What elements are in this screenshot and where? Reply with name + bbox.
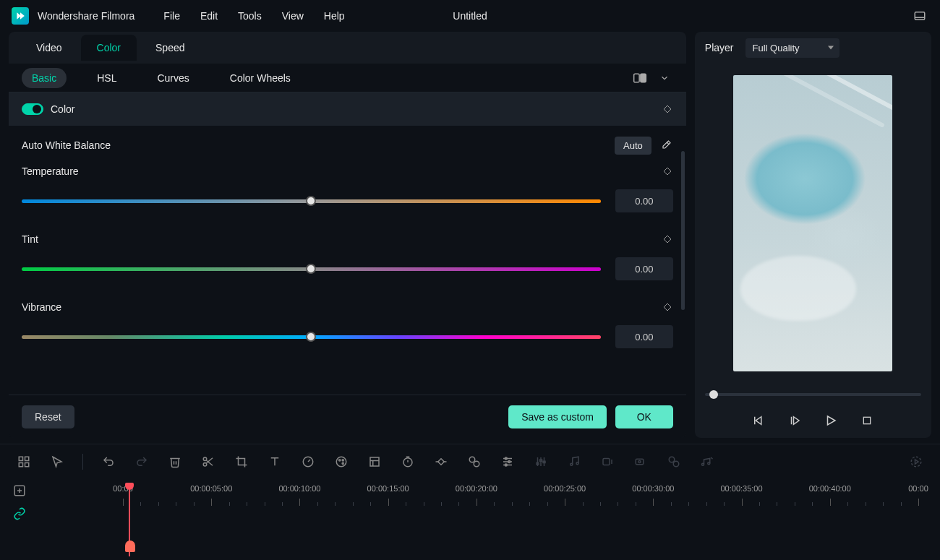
svg-line-60: [673, 461, 675, 462]
svg-line-63: [711, 457, 712, 459]
freeze-icon[interactable]: [367, 454, 383, 470]
stop-button[interactable]: [859, 413, 875, 428]
svg-marker-11: [794, 417, 800, 425]
timeline-ruler[interactable]: 00:0000:00:05:0000:00:10:0000:00:15:0000…: [123, 484, 928, 506]
menu-help[interactable]: Help: [324, 10, 345, 22]
svg-marker-8: [756, 417, 762, 425]
ruler-label: 00:00:20:00: [456, 484, 497, 493]
prev-frame-button[interactable]: [751, 413, 766, 428]
color-toggle[interactable]: [22, 103, 43, 115]
scrollbar[interactable]: [681, 151, 685, 310]
app-logo: [12, 7, 29, 25]
keyframe-tool-icon[interactable]: [433, 454, 449, 470]
color-icon[interactable]: [333, 454, 349, 470]
svg-point-27: [339, 459, 341, 460]
subtab-color-wheels[interactable]: Color Wheels: [220, 68, 301, 88]
ruler-label: 00:00:05:00: [190, 484, 232, 493]
svg-rect-0: [915, 12, 925, 20]
speed-icon[interactable]: [300, 454, 316, 470]
tint-value[interactable]: 0.00: [615, 257, 673, 280]
beat-icon: [699, 454, 715, 470]
awb-auto-button[interactable]: Auto: [615, 137, 651, 155]
step-forward-button[interactable]: [787, 413, 803, 428]
delete-icon[interactable]: [167, 454, 183, 470]
player-label: Player: [705, 42, 734, 53]
tint-keyframe-icon[interactable]: [662, 233, 673, 245]
section-keyframe-icon[interactable]: [662, 103, 673, 115]
svg-rect-3: [641, 74, 646, 82]
clip-marker[interactable]: [125, 540, 135, 552]
chevron-down-icon[interactable]: [656, 69, 673, 87]
ok-button[interactable]: OK: [615, 405, 673, 428]
temperature-keyframe-icon[interactable]: [662, 165, 673, 177]
svg-point-28: [342, 459, 343, 460]
adjust-icon[interactable]: [500, 454, 516, 470]
svg-rect-30: [370, 457, 379, 466]
svg-rect-2: [634, 74, 640, 82]
awb-label: Auto White Balance: [22, 139, 111, 151]
music-icon: [566, 454, 582, 470]
temperature-slider-handle[interactable]: [306, 196, 316, 206]
scrub-handle[interactable]: [709, 390, 718, 399]
svg-point-62: [708, 462, 710, 464]
reset-button[interactable]: Reset: [22, 405, 74, 428]
compare-icon[interactable]: [631, 69, 649, 87]
menu-edit[interactable]: Edit: [200, 10, 218, 22]
tint-slider-handle[interactable]: [306, 264, 316, 274]
player-header: Player Full Quality: [695, 32, 931, 64]
crop-icon[interactable]: [234, 454, 249, 470]
undo-icon[interactable]: [101, 454, 116, 470]
auto-white-balance-row: Auto White Balance Auto: [22, 134, 673, 156]
titlebar: Wondershare Filmora File Edit Tools View…: [0, 0, 940, 32]
svg-marker-12: [828, 416, 836, 425]
effects-icon[interactable]: [466, 454, 482, 470]
player-scrubber[interactable]: [705, 387, 921, 402]
section-color-label: Color: [51, 103, 74, 115]
split-icon[interactable]: [200, 454, 216, 470]
svg-rect-16: [19, 462, 22, 466]
menu-file[interactable]: File: [163, 10, 180, 22]
text-icon[interactable]: [267, 454, 283, 470]
layout-icon[interactable]: [911, 7, 928, 25]
ruler-label: 00:00:25:00: [544, 484, 586, 493]
svg-point-61: [702, 463, 704, 465]
menu-tools[interactable]: Tools: [238, 10, 262, 22]
preview-area[interactable]: [695, 64, 931, 383]
svg-point-39: [469, 457, 475, 462]
tab-speed[interactable]: Speed: [140, 35, 200, 61]
tab-color[interactable]: Color: [81, 35, 137, 61]
vibrance-keyframe-icon[interactable]: [662, 301, 673, 313]
subtab-curves[interactable]: Curves: [147, 68, 199, 88]
timer-icon[interactable]: [400, 454, 416, 470]
vibrance-slider[interactable]: [22, 335, 601, 339]
cursor-icon[interactable]: [49, 454, 65, 470]
redo-icon: [134, 454, 150, 470]
svg-point-40: [474, 461, 479, 467]
svg-point-54: [576, 462, 578, 464]
timeline[interactable]: 00:0000:00:05:0000:00:10:0000:00:15:0000…: [0, 478, 940, 558]
temperature-slider[interactable]: [22, 199, 601, 203]
add-track-icon[interactable]: [13, 484, 29, 500]
apps-icon[interactable]: [16, 454, 32, 470]
svg-line-25: [308, 460, 310, 462]
eyedropper-icon[interactable]: [659, 138, 673, 152]
subtab-basic[interactable]: Basic: [22, 68, 67, 88]
menu-view[interactable]: View: [282, 10, 304, 22]
tint-slider[interactable]: [22, 267, 601, 271]
svg-rect-13: [864, 417, 871, 423]
vibrance-value[interactable]: 0.00: [615, 325, 673, 348]
vibrance-slider-handle[interactable]: [306, 332, 316, 342]
quality-select[interactable]: Full Quality: [745, 38, 839, 58]
link-icon[interactable]: [13, 507, 29, 523]
project-title: Untitled: [398, 10, 542, 22]
separator: [82, 454, 83, 470]
svg-rect-15: [25, 457, 29, 460]
svg-rect-5: [664, 168, 671, 175]
tab-video[interactable]: Video: [20, 35, 78, 61]
play-button[interactable]: [823, 413, 839, 428]
temperature-value[interactable]: 0.00: [615, 189, 673, 212]
temperature-row: Temperature 0.00: [22, 160, 673, 212]
tabs-secondary: Basic HSL Curves Color Wheels: [9, 64, 686, 92]
save-as-custom-button[interactable]: Save as custom: [508, 405, 607, 428]
subtab-hsl[interactable]: HSL: [87, 68, 127, 88]
